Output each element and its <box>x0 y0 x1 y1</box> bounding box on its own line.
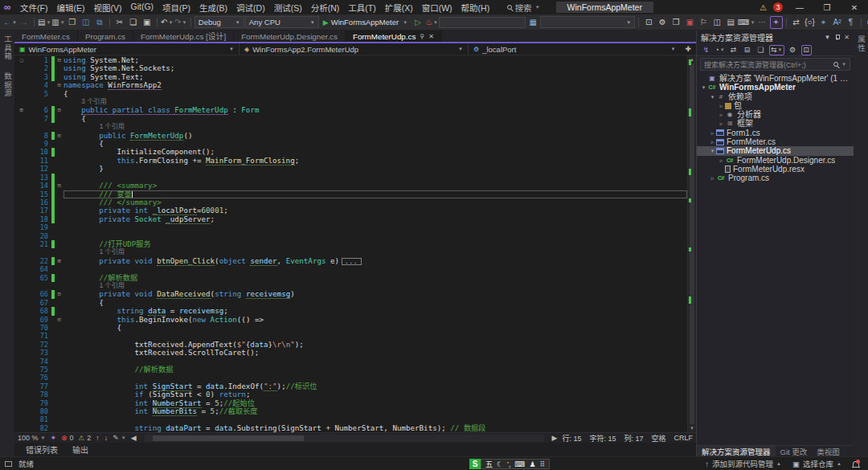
ime-option[interactable]: ☾ <box>497 460 503 468</box>
menu-item-p[interactable]: 项目(P) <box>158 2 195 14</box>
restore-button[interactable]: ❐ <box>817 3 837 12</box>
chevron-collapsed-icon[interactable]: ▹ <box>718 101 725 110</box>
feedback-smiley-icon[interactable] <box>5 461 12 467</box>
fold-marker[interactable]: ⊟ <box>55 56 63 64</box>
zoom-select[interactable]: 100 % ▼ <box>18 434 45 442</box>
tree-item-[interactable]: ▾#依赖项 <box>697 92 854 101</box>
tree-item-WinFormsAppMeter11[interactable]: ▣解决方案 'WinFormsAppMeter' (1 个项目, 共 1 个) <box>697 74 854 83</box>
new-project-icon[interactable]: ▤▼ <box>38 16 51 29</box>
code-line[interactable]: 66⊟ private void DataReceived(string rec… <box>14 290 687 298</box>
switch-views-icon[interactable]: ↯ <box>701 45 711 55</box>
error-count-button[interactable]: ⊗ 0 <box>61 434 74 442</box>
minimize-button[interactable]: — <box>789 3 810 12</box>
project-dropdown[interactable]: ▣ WinFormsAppMeter ▼ <box>14 43 240 55</box>
notification-warning-icon[interactable]: ⚠ <box>760 3 767 12</box>
cut-icon[interactable]: ✂ <box>113 16 126 29</box>
pending-changes-filter-icon[interactable]: ◔▼ <box>714 45 725 55</box>
chevron-collapsed-icon[interactable]: ▹ <box>718 156 725 165</box>
menu-item-f[interactable]: 文件(F) <box>16 2 52 14</box>
tree-item-Form1.cs[interactable]: ▹Form1.cs <box>697 129 854 137</box>
code-line[interactable]: ⊞6⊟ public partial class FormMeterUdp : … <box>14 106 687 114</box>
select-pointer-icon[interactable]: ⌖ <box>817 16 830 29</box>
line-ending-indicator[interactable]: CRLF <box>674 434 693 442</box>
split-window-button[interactable]: ✚ <box>685 45 691 53</box>
fold-marker[interactable]: ⊟ <box>55 182 63 190</box>
ime-option[interactable]: 五 <box>485 459 493 469</box>
pin-icon[interactable]: ⚲ <box>420 33 424 40</box>
previous-issue-icon[interactable]: ↑ <box>96 434 100 442</box>
toolbox-icon[interactable]: ▣ <box>683 16 696 29</box>
tree-item-FormMeterUdp.Designer.cs[interactable]: ▹C#FormMeterUdp.Designer.cs <box>697 156 854 165</box>
start-debugging-button[interactable]: ▶WinFormsAppMeter▼ <box>320 16 411 29</box>
open-file-icon[interactable]: ❐ <box>66 16 79 29</box>
platform-select[interactable]: Any CPU▼ <box>245 16 319 28</box>
editor-horizontal-scrollbar[interactable] <box>145 435 544 442</box>
fold-marker[interactable]: ⊟ <box>55 106 63 114</box>
add-new-item-icon[interactable]: ▥▼ <box>51 16 64 29</box>
code-line[interactable]: 21 //打开UDP服务 <box>14 240 687 248</box>
tree-item-FormMeterUdp.resx[interactable]: FormMeterUdp.resx <box>697 165 854 174</box>
document-health-icon[interactable]: ✦ <box>50 434 56 442</box>
side-tab-数据源[interactable]: 数据源 <box>2 72 13 98</box>
panel-close-icon[interactable]: ✕ <box>844 34 850 41</box>
scrollbar-thumb[interactable] <box>690 63 694 424</box>
collapse-all-icon[interactable]: ⊟ <box>742 45 752 55</box>
member-dropdown[interactable]: ⚙ _localPort ▼ <box>469 43 680 55</box>
redo-icon[interactable]: ↷▼ <box>174 16 187 29</box>
close-button[interactable]: ✕ <box>844 3 865 12</box>
command-window-icon[interactable]: ⌨▼ <box>738 16 755 29</box>
format-document-icon[interactable]: ¶ <box>845 16 858 29</box>
undo-icon[interactable]: ↶▼ <box>161 16 174 29</box>
code-line[interactable]: 4⊟namespace WinFormsApp2 <box>14 81 687 89</box>
code-line[interactable]: 5{ <box>14 90 687 98</box>
properties-wrench-icon[interactable]: ⚙ <box>788 45 798 55</box>
chevron-expanded-icon[interactable]: ▾ <box>709 92 716 101</box>
code-line[interactable]: 65 //解析数据 <box>14 274 687 282</box>
tree-item-FormMeterUdp.cs[interactable]: ▾FormMeterUdp.cs <box>697 146 854 155</box>
menu-item-gitg[interactable]: Git(G) <box>126 2 158 14</box>
save-icon[interactable]: ◫ <box>80 16 92 29</box>
hot-reload-icon[interactable]: ♨▼ <box>425 16 438 29</box>
search-box[interactable]: 搜索 ▼ <box>502 2 545 14</box>
ime-toolbar[interactable]: S 五☾’,⌨♟⠿ <box>469 459 550 469</box>
caret-col-indicator[interactable]: 列: 17 <box>624 433 643 443</box>
notification-badge[interactable]: 3 <box>773 2 783 12</box>
chevron-collapsed-icon[interactable]: ▹ <box>718 110 725 119</box>
type-dropdown[interactable]: ◈ WinFormsApp2.FormMeterUdp ▼ <box>240 43 469 55</box>
menu-item-x[interactable]: 扩展(X) <box>380 2 417 14</box>
navigate-symbol-icon[interactable]: ⇄ <box>790 16 803 29</box>
menu-item-e[interactable]: 编辑(E) <box>52 2 89 14</box>
navigate-forward-icon[interactable]: → <box>18 16 31 29</box>
panel-menu-icon[interactable]: ▼ <box>824 34 830 41</box>
code-line[interactable]: 11 this.FormClosing += MainForm_FormClos… <box>14 157 687 165</box>
sync-selection-icon[interactable]: ⇄ <box>728 45 739 55</box>
menu-item-s[interactable]: 测试(S) <box>269 2 306 14</box>
pin-icon[interactable] <box>834 35 840 40</box>
code-line[interactable]: 8⊟ public FormMeterUdp() <box>14 132 687 140</box>
overflow-icon[interactable]: ⋯ <box>756 16 769 29</box>
code-line[interactable]: 22⊞ private void btnOpen_Click(object se… <box>14 257 687 265</box>
tree-item-Program.cs[interactable]: ▹C#Program.cs <box>697 174 854 182</box>
tree-item-[interactable]: ▹包 <box>697 101 854 110</box>
side-tab-属性[interactable]: 属性 <box>855 35 866 52</box>
code-line[interactable]: 82 string dataPart = data.Substring(Sign… <box>14 424 687 432</box>
toolbar-textbox[interactable] <box>439 17 526 28</box>
sync-with-active-document-icon[interactable]: ⇆▼ <box>769 45 784 55</box>
menu-item-h[interactable]: 帮助(H) <box>457 2 494 14</box>
scroll-right-icon[interactable]: ▶ <box>552 434 558 442</box>
code-area[interactable]: ❏1⊟using System.Net;2using System.Net.So… <box>14 55 687 432</box>
menu-item-v[interactable]: 视图(V) <box>89 2 126 14</box>
start-without-debugging-icon[interactable]: ▷ <box>411 16 424 29</box>
notifications-bell-button[interactable] <box>853 460 863 468</box>
ime-logo-icon[interactable]: S <box>469 459 481 469</box>
tab-Program.cs[interactable]: Program.cs <box>78 31 133 42</box>
ime-option[interactable]: ’, <box>507 460 511 468</box>
feature-search-icon[interactable]: ▦ <box>526 16 539 29</box>
code-line[interactable]: 12 } <box>14 165 687 173</box>
indent-mode-indicator[interactable]: 空格 <box>651 433 665 443</box>
intellicode-icon[interactable]: ✦ <box>770 16 783 29</box>
tab-FormMeter.cs[interactable]: FormMeter.cs <box>14 31 78 42</box>
fold-marker[interactable]: ⊟ <box>55 316 63 324</box>
code-cleanup-icon[interactable]: ✎▼ <box>113 434 126 442</box>
designer-window-icon[interactable]: ❒ <box>669 16 682 29</box>
